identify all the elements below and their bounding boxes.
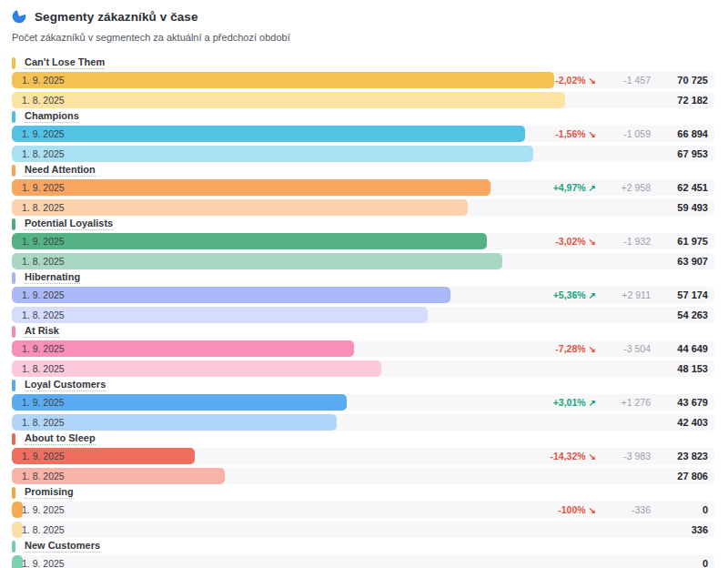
segment-name[interactable]: Loyal Customers — [25, 379, 106, 391]
bar-row-current[interactable]: 1. 9. 2025 +5,36%↗ +2 911 57 174 — [12, 287, 714, 303]
value-previous: 336 — [651, 524, 714, 535]
bar-date-label-current: 1. 9. 2025 — [22, 502, 65, 518]
value-current: 61 975 — [651, 236, 714, 247]
bar-current — [12, 179, 490, 196]
change-percent — [509, 558, 596, 568]
segment-block: New Customers 1. 9. 2025 0 1. 8. 2025 0 — [12, 540, 714, 568]
row-metrics: 0 — [509, 555, 714, 568]
bar-date-label-previous: 1. 8. 2025 — [22, 253, 65, 269]
bar-row-current[interactable]: 1. 9. 2025 -100%↘ -336 0 — [12, 502, 714, 518]
value-current: 44 649 — [651, 343, 714, 354]
segments-card: Segmenty zákazníků v čase Počet zákazník… — [0, 0, 728, 568]
segment-header: New Customers — [12, 540, 714, 553]
bar-row-previous[interactable]: 1. 8. 2025 59 493 — [12, 199, 714, 216]
segment-name[interactable]: At Risk — [25, 325, 59, 338]
change-absolute: -1 059 — [596, 128, 651, 139]
change-percent: -100%↘ — [509, 504, 596, 515]
value-current: 57 174 — [651, 289, 714, 300]
segment-header: About to Sleep — [12, 432, 714, 445]
row-metrics: +3,01%↗ +1 276 43 679 — [509, 394, 714, 411]
bar-row-current[interactable]: 1. 9. 2025 +4,97%↗ +2 958 62 451 — [12, 179, 714, 196]
segment-block: Promising 1. 9. 2025 -100%↘ -336 0 1. 8.… — [12, 486, 714, 538]
segment-block: Potential Loyalists 1. 9. 2025 -3,02%↘ -… — [12, 218, 714, 269]
page-title: Segmenty zákazníků v čase — [35, 10, 198, 24]
bar-date-label-previous: 1. 8. 2025 — [22, 468, 65, 484]
bar-date-label-current: 1. 9. 2025 — [22, 340, 65, 357]
segment-color-pill — [12, 165, 15, 177]
bar-row-previous[interactable]: 1. 8. 2025 42 403 — [12, 414, 714, 431]
row-metrics: -14,32%↘ -3 983 23 823 — [509, 448, 714, 464]
change-percent: +3,01%↗ — [509, 397, 596, 408]
value-previous: 27 806 — [651, 471, 714, 482]
segment-header: At Risk — [12, 325, 714, 338]
change-absolute: -1 932 — [596, 236, 651, 247]
trend-arrow-icon: ↘ — [589, 129, 596, 139]
segment-name[interactable]: Need Attention — [25, 164, 96, 177]
bar-previous — [12, 199, 468, 216]
bar-row-previous[interactable]: 1. 8. 2025 63 907 — [12, 253, 714, 269]
bar-date-label-previous: 1. 8. 2025 — [22, 414, 65, 431]
bar-row-current[interactable]: 1. 9. 2025 -3,02%↘ -1 932 61 975 — [12, 233, 714, 249]
bar-date-label-previous: 1. 8. 2025 — [22, 146, 65, 162]
bar-date-label-previous: 1. 8. 2025 — [22, 307, 65, 323]
segment-block: About to Sleep 1. 9. 2025 -14,32%↘ -3 98… — [12, 432, 714, 484]
value-previous: 48 153 — [651, 363, 714, 374]
change-absolute: +2 911 — [596, 289, 651, 300]
segment-block: Loyal Customers 1. 9. 2025 +3,01%↗ +1 27… — [12, 379, 714, 431]
bar-row-previous[interactable]: 1. 8. 2025 27 806 — [12, 468, 714, 484]
segment-name[interactable]: Hibernating — [25, 271, 80, 284]
bar-row-current[interactable]: 1. 9. 2025 -14,32%↘ -3 983 23 823 — [12, 448, 714, 464]
bar-date-label-previous: 1. 8. 2025 — [22, 92, 65, 108]
segment-header: Champions — [12, 110, 714, 123]
segment-name[interactable]: New Customers — [25, 540, 100, 553]
bar-row-current[interactable]: 1. 9. 2025 -2,02%↘ -1 457 70 725 — [12, 72, 714, 88]
bar-row-previous[interactable]: 1. 8. 2025 72 182 — [12, 92, 714, 108]
bar-current — [12, 502, 23, 518]
bar-previous — [12, 92, 565, 108]
segments-list: Can't Lose Them 1. 9. 2025 -2,02%↘ -1 45… — [12, 56, 714, 568]
trend-arrow-icon: ↗ — [589, 398, 596, 408]
trend-arrow-icon: ↗ — [589, 183, 596, 193]
bar-current — [12, 555, 23, 568]
row-metrics: 27 806 — [509, 468, 714, 484]
bar-row-current[interactable]: 1. 9. 2025 -1,56%↘ -1 059 66 894 — [12, 126, 714, 142]
change-percent: -3,02%↘ — [509, 236, 596, 247]
segment-name[interactable]: Potential Loyalists — [25, 218, 113, 230]
bar-previous — [12, 253, 502, 269]
bar-row-previous[interactable]: 1. 8. 2025 67 953 — [12, 146, 714, 162]
bar-previous — [12, 307, 428, 323]
row-metrics: 42 403 — [509, 414, 714, 431]
value-previous: 63 907 — [651, 256, 714, 267]
segment-color-pill — [12, 218, 15, 230]
row-metrics: +5,36%↗ +2 911 57 174 — [509, 287, 714, 303]
value-current: 43 679 — [651, 397, 714, 408]
segment-block: Hibernating 1. 9. 2025 +5,36%↗ +2 911 57… — [12, 271, 714, 323]
row-metrics: -1,56%↘ -1 059 66 894 — [509, 126, 714, 142]
bar-date-label-current: 1. 9. 2025 — [22, 233, 65, 249]
bar-previous — [12, 360, 381, 377]
segment-header: Potential Loyalists — [12, 218, 714, 230]
segment-block: Champions 1. 9. 2025 -1,56%↘ -1 059 66 8… — [12, 110, 714, 162]
bar-date-label-current: 1. 9. 2025 — [22, 394, 65, 411]
bar-row-current[interactable]: 1. 9. 2025 +3,01%↗ +1 276 43 679 — [12, 394, 714, 411]
segment-color-pill — [12, 433, 15, 445]
segment-name[interactable]: Can't Lose Them — [25, 56, 105, 69]
segment-name[interactable]: Promising — [25, 486, 74, 499]
bar-row-previous[interactable]: 1. 8. 2025 336 — [12, 522, 714, 538]
segment-color-pill — [12, 272, 15, 284]
bar-previous — [12, 146, 533, 162]
bar-row-previous[interactable]: 1. 8. 2025 48 153 — [12, 360, 714, 377]
segment-name[interactable]: Champions — [25, 110, 79, 123]
change-absolute: +2 958 — [596, 182, 651, 193]
value-current: 70 725 — [651, 75, 714, 86]
bar-row-previous[interactable]: 1. 8. 2025 54 263 — [12, 307, 714, 323]
bar-current — [12, 287, 450, 303]
value-previous: 59 493 — [651, 202, 714, 213]
segment-name[interactable]: About to Sleep — [25, 432, 96, 445]
value-current: 0 — [651, 558, 714, 568]
bar-row-current[interactable]: 1. 9. 2025 0 — [12, 555, 714, 568]
row-metrics: 72 182 — [509, 92, 714, 108]
bar-row-current[interactable]: 1. 9. 2025 -7,28%↘ -3 504 44 649 — [12, 340, 714, 357]
trend-arrow-icon: ↘ — [589, 237, 596, 247]
change-percent: -14,32%↘ — [509, 451, 596, 462]
